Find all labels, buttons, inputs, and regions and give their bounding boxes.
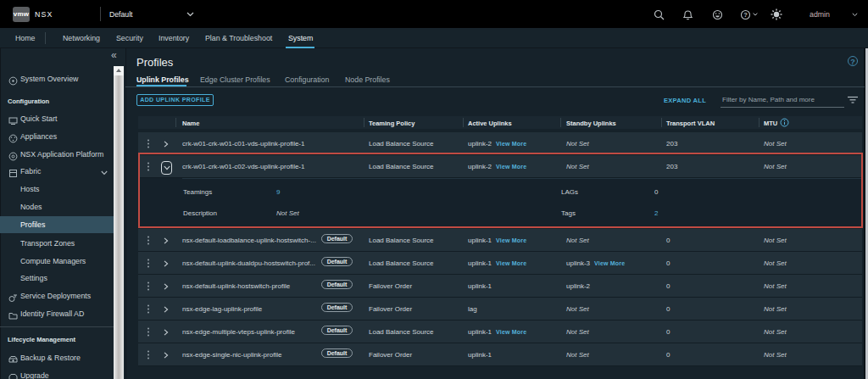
- svg-text:?: ?: [743, 11, 748, 19]
